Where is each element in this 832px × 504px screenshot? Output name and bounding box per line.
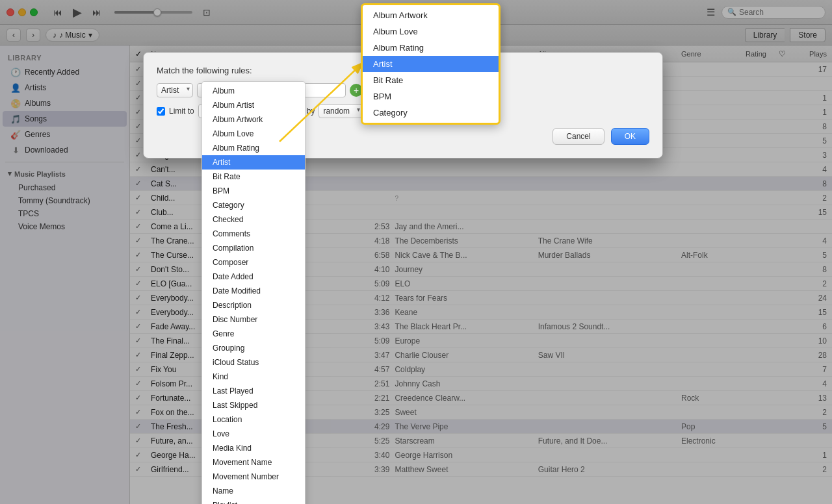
field-option-location[interactable]: Location	[202, 412, 305, 427]
field-option-description[interactable]: Description	[202, 298, 305, 312]
field-option-date-modified[interactable]: Date Modified	[202, 284, 305, 298]
field-option-kind[interactable]: Kind	[202, 370, 305, 384]
field-option-last-skipped[interactable]: Last Skipped	[202, 398, 305, 412]
field-selector-wrapper[interactable]: Artist	[157, 83, 193, 97]
right-option-bit-rate[interactable]: Bit Rate	[363, 72, 499, 88]
field-option-bpm[interactable]: BPM	[202, 184, 305, 198]
field-selector[interactable]: Artist	[157, 83, 193, 97]
field-option-icloud-status[interactable]: iCloud Status	[202, 355, 305, 370]
field-option-composer[interactable]: Composer	[202, 255, 305, 270]
field-option-love[interactable]: Love	[202, 427, 305, 441]
right-option-album-artwork[interactable]: Album Artwork	[363, 7, 499, 23]
field-option-disc-number[interactable]: Disc Number	[202, 312, 305, 327]
right-option-artist[interactable]: Artist	[363, 56, 499, 72]
field-option-playlist[interactable]: Playlist	[202, 498, 305, 504]
field-option-category[interactable]: Category	[202, 198, 305, 212]
field-option-grouping[interactable]: Grouping	[202, 341, 305, 355]
right-option-bpm[interactable]: BPM	[363, 88, 499, 105]
field-option-compilation[interactable]: Compilation	[202, 241, 305, 255]
field-option-album-love[interactable]: Album Love	[202, 127, 305, 141]
field-option-date-added[interactable]: Date Added	[202, 270, 305, 284]
field-dropdown-left: Album Album Artist Album Artwork Album L…	[202, 81, 306, 504]
field-option-album-artist[interactable]: Album Artist	[202, 98, 305, 112]
field-option-album-rating[interactable]: Album Rating	[202, 141, 305, 155]
field-option-last-played[interactable]: Last Played	[202, 384, 305, 398]
field-option-artist[interactable]: Artist	[202, 155, 305, 170]
ok-button[interactable]: OK	[611, 128, 649, 145]
field-option-media-kind[interactable]: Media Kind	[202, 441, 305, 455]
selected-by-wrapper[interactable]: random	[318, 104, 363, 118]
selected-by-selector[interactable]: random	[318, 104, 363, 118]
right-option-album-love[interactable]: Album Love	[363, 23, 499, 40]
cancel-button[interactable]: Cancel	[552, 128, 604, 145]
field-option-movement-name[interactable]: Movement Name	[202, 455, 305, 470]
right-option-category[interactable]: Category	[363, 105, 499, 121]
field-option-comments[interactable]: Comments	[202, 227, 305, 241]
field-option-album-artwork[interactable]: Album Artwork	[202, 112, 305, 127]
field-dropdown-right: Album Artwork Album Love Album Rating Ar…	[361, 3, 500, 125]
field-option-bit-rate[interactable]: Bit Rate	[202, 170, 305, 184]
right-option-album-rating[interactable]: Album Rating	[363, 40, 499, 56]
field-option-genre[interactable]: Genre	[202, 327, 305, 341]
field-option-name[interactable]: Name	[202, 484, 305, 498]
limit-checkbox[interactable]	[157, 107, 165, 116]
field-option-album[interactable]: Album	[202, 84, 305, 98]
field-option-movement-number[interactable]: Movement Number	[202, 470, 305, 484]
field-option-checked[interactable]: Checked	[202, 212, 305, 227]
